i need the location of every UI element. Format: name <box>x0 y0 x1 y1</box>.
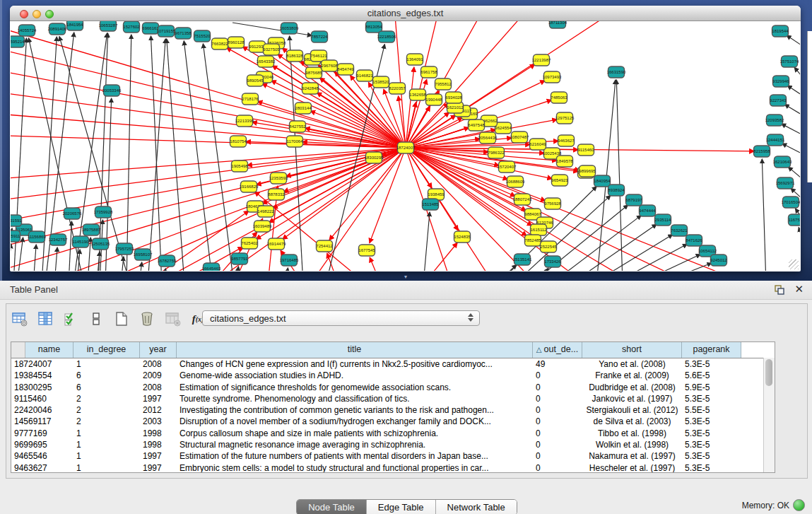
network-node[interactable]: 1170064 <box>287 136 304 147</box>
network-edge[interactable] <box>233 23 312 35</box>
network-node[interactable]: 20206576 <box>63 208 82 219</box>
table-row[interactable]: 946362711997Embryonic stem cells: a mode… <box>11 462 775 473</box>
column-header-out_de[interactable]: △out_de... <box>533 342 582 358</box>
network-node[interactable]: 2718176 <box>242 93 259 105</box>
network-edge[interactable] <box>139 262 142 271</box>
network-node[interactable]: 1513485 <box>422 199 439 210</box>
network-node[interactable]: 16543382 <box>257 56 276 67</box>
network-node[interactable]: 7485063 <box>551 92 567 103</box>
network-node[interactable]: 2522545 <box>540 241 557 252</box>
network-node[interactable]: 17016504 <box>782 197 800 208</box>
network-node[interactable]: 1527602 <box>123 21 140 33</box>
network-node[interactable]: 9654923 <box>551 175 568 186</box>
network-node[interactable]: 15720407 <box>498 161 517 173</box>
network-node[interactable]: 7663822 <box>211 38 228 49</box>
network-window-titlebar[interactable]: citations_edges.txt <box>10 6 801 21</box>
network-node[interactable]: 9327505 <box>263 44 280 55</box>
network-edge[interactable] <box>782 144 800 153</box>
network-node[interactable]: 7254412 <box>316 240 333 252</box>
table-row[interactable]: 946554611997Estimation of the future num… <box>11 450 775 462</box>
network-node[interactable]: 2803144 <box>295 103 312 114</box>
network-node[interactable]: 9463627 <box>558 135 575 146</box>
network-edge[interactable] <box>11 30 406 148</box>
network-node[interactable]: 9899695 <box>579 165 596 177</box>
network-edge[interactable] <box>54 247 57 271</box>
select-columns-icon[interactable] <box>36 310 54 328</box>
network-node[interactable]: 8215958 <box>753 146 770 157</box>
float-panel-icon[interactable] <box>774 284 785 296</box>
network-node[interactable]: 1810754 <box>230 136 247 147</box>
network-edge[interactable] <box>406 21 437 148</box>
network-node[interactable]: 10973493 <box>543 71 562 83</box>
network-node[interactable]: 1538520 <box>372 76 389 88</box>
network-node[interactable]: 8471626 <box>686 235 702 246</box>
column-header-year[interactable]: year <box>140 342 177 358</box>
network-node[interactable]: 8454749 <box>337 64 354 75</box>
network-edge[interactable] <box>616 80 623 271</box>
delete-column-icon[interactable] <box>138 310 156 328</box>
network-node[interactable]: 1498222 <box>257 206 274 217</box>
table-settings-icon[interactable] <box>11 310 29 328</box>
network-node[interactable]: 7625402 <box>241 238 258 249</box>
network-node[interactable]: 9329946 <box>772 76 789 87</box>
network-node[interactable]: 8960128 <box>228 37 245 48</box>
network-edge[interactable] <box>423 212 430 271</box>
network-node[interactable]: 16053809 <box>280 23 299 34</box>
network-node[interactable]: 20564436 <box>478 132 498 144</box>
splitter-handle-icon[interactable]: ▾ <box>402 274 409 279</box>
network-node[interactable]: 10653287 <box>99 21 118 31</box>
network-node[interactable]: 1931591 <box>11 215 22 226</box>
network-node[interactable]: 1990448 <box>425 94 442 105</box>
network-edge[interactable] <box>11 93 406 148</box>
table-row[interactable]: 1872400712008Changes of HCN gene express… <box>11 358 775 370</box>
network-edge[interactable] <box>787 86 800 95</box>
network-edge[interactable] <box>787 35 800 45</box>
network-node[interactable]: 8813054 <box>365 21 382 33</box>
network-node[interactable]: 1145190 <box>73 236 90 247</box>
network-edge[interactable] <box>203 44 234 271</box>
network-node[interactable]: 16782759 <box>158 255 177 267</box>
network-node[interactable]: 1733426 <box>544 256 561 267</box>
network-edge[interactable] <box>794 67 800 76</box>
network-node[interactable]: 10688609 <box>506 176 525 187</box>
network-edge[interactable] <box>370 257 381 271</box>
network-node[interactable]: 11156869 <box>28 231 46 243</box>
network-node[interactable]: 12093582 <box>765 115 784 126</box>
network-node[interactable]: 3915911 <box>11 230 20 242</box>
network-node[interactable]: 1849578 <box>556 156 573 167</box>
network-node[interactable]: 8186328 <box>286 50 303 62</box>
network-node[interactable]: 6497548 <box>468 119 485 131</box>
memory-status-icon[interactable] <box>793 499 805 511</box>
network-edge[interactable] <box>151 36 162 271</box>
network-edge[interactable] <box>406 148 546 201</box>
network-edge[interactable] <box>788 167 800 178</box>
network-node[interactable]: 12975125 <box>555 112 575 124</box>
network-node[interactable]: 1841954 <box>66 21 83 30</box>
network-node[interactable]: 9857791 <box>231 253 248 264</box>
network-edge[interactable] <box>423 243 457 271</box>
scrollbar-thumb[interactable] <box>765 359 772 386</box>
network-edge[interactable] <box>762 159 766 271</box>
network-node[interactable]: 16958107 <box>134 249 153 260</box>
delete-table-icon[interactable] <box>163 310 182 328</box>
network-node[interactable]: 8595214 <box>11 36 25 47</box>
network-edge[interactable] <box>254 192 367 271</box>
network-node[interactable]: 1840954 <box>594 175 611 187</box>
network-node[interactable]: 9671358 <box>175 28 192 39</box>
network-canvas[interactable]: 1872400776638228960128991293415226058932… <box>11 21 800 271</box>
network-edge[interactable] <box>121 257 124 271</box>
network-edge[interactable] <box>69 221 71 271</box>
network-node[interactable]: 9146821 <box>356 70 373 81</box>
network-node[interactable]: 20891406 <box>48 23 67 35</box>
network-node[interactable]: 9245012 <box>710 255 727 266</box>
network-node[interactable]: 19166829 <box>240 181 259 192</box>
table-row[interactable]: 969969511998Structural magnetic resonanc… <box>11 439 775 450</box>
network-node[interactable]: 7515520 <box>194 30 211 42</box>
network-node[interactable]: 12218506 <box>377 31 396 42</box>
network-node[interactable]: 16039489 <box>253 221 272 232</box>
network-edge[interactable] <box>570 224 657 271</box>
column-header-short[interactable]: short <box>582 342 682 358</box>
network-edge[interactable] <box>98 33 108 271</box>
column-header-in_degree[interactable]: in_degree <box>73 342 140 358</box>
network-node[interactable]: 1167533 <box>789 214 801 226</box>
